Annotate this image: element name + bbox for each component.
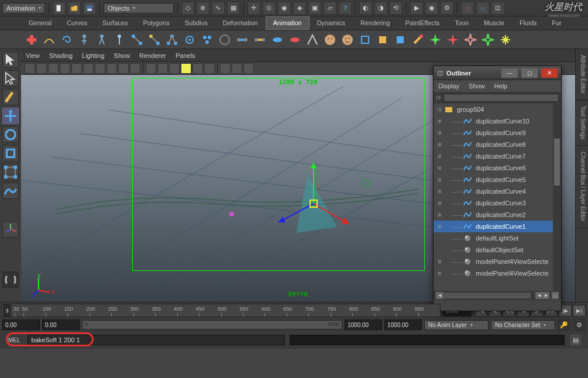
shelf-tab-general[interactable]: General (21, 16, 59, 30)
rotate-tool[interactable] (2, 126, 19, 143)
shelf-star-yellow-icon[interactable] (497, 32, 514, 48)
expand-icon[interactable]: ⊞ (436, 154, 443, 159)
shelf-star-pink-icon[interactable] (462, 32, 479, 48)
outliner-item[interactable]: ⊟group504 (434, 104, 561, 115)
expand-icon[interactable]: ⊞ (436, 212, 443, 218)
shelf-face2-icon[interactable] (339, 32, 356, 48)
vp-image-plane-icon[interactable] (48, 63, 59, 74)
range-start-inner[interactable]: 0.00 (42, 319, 80, 330)
snap-view-icon[interactable]: ▱ (324, 2, 336, 15)
command-input[interactable]: bakeSoft 1 200 1 (27, 335, 285, 345)
right-tab-channel-box-layer-editor[interactable]: Channel Box / Layer Editor (576, 146, 588, 228)
selmask-joint-icon[interactable]: ⊕ (197, 2, 209, 15)
outliner-item[interactable]: ⊞———modelPanel4ViewSelecte (434, 267, 561, 279)
shelf-tab-fur[interactable]: Fur (544, 16, 569, 30)
timeline-ruler[interactable]: 3 (1, 304, 441, 317)
save-scene-button[interactable] (83, 2, 96, 15)
shelf-tab-muscle[interactable]: Muscle (476, 16, 512, 30)
close-button[interactable]: ✕ (541, 68, 558, 78)
vp-field-chart-icon[interactable] (106, 63, 117, 74)
outliner-hscrollbar[interactable]: ◀ ◀ ▶ ◻ (434, 291, 561, 300)
selection-mode-dropdown[interactable]: Objects (104, 3, 174, 13)
outliner-item[interactable]: ⊞———duplicatedCurve2 (434, 209, 561, 221)
right-tab-tool-settings[interactable]: Tool Settings (576, 100, 588, 146)
range-end-inner[interactable]: 1000.00 (345, 319, 382, 330)
construction-icon[interactable]: ⊡ (491, 2, 504, 15)
maximize-button[interactable]: ◻ (521, 68, 538, 78)
shelf-bind3-icon[interactable] (392, 32, 408, 48)
viewport-menu-view[interactable]: View (26, 52, 40, 59)
mode-dropdown[interactable]: Animation (2, 3, 45, 13)
outliner-window[interactable]: ◫ Outliner — ◻ ✕ DisplayShowHelp ⟳ ⊟grou… (433, 66, 562, 311)
expand-icon[interactable]: ⊞ (436, 119, 443, 124)
vp-film-gate-icon[interactable] (71, 63, 82, 74)
shelf-tab-toon[interactable]: Toon (447, 16, 476, 30)
outliner-item[interactable]: ⊞———duplicatedCurve6 (434, 162, 561, 174)
ipr-render-icon[interactable]: ◉ (425, 2, 438, 15)
selmask-curve-icon[interactable]: ∿ (212, 2, 225, 15)
minimize-button[interactable]: — (501, 68, 518, 78)
shelf-bone2-icon[interactable] (287, 32, 303, 48)
outliner-item[interactable]: ⊞———duplicatedCurve3 (434, 197, 561, 209)
selmask-surface-icon[interactable]: ▦ (227, 2, 240, 15)
outliner-vscrollbar[interactable] (553, 104, 561, 291)
shelf-bone-icon[interactable] (269, 32, 286, 48)
render-frame-icon[interactable]: ▶ (410, 2, 423, 15)
expand-icon[interactable]: ⊞ (436, 142, 443, 147)
shelf-mirror-icon[interactable] (304, 32, 321, 48)
snap-live-icon[interactable]: ▣ (308, 2, 321, 15)
vp-safe-action-icon[interactable] (118, 63, 129, 74)
shelf-bind2-icon[interactable] (374, 32, 391, 48)
shelf-ik1-icon[interactable] (129, 32, 145, 48)
shelf-skeleton2-icon[interactable] (94, 32, 110, 48)
scroll-end-icon[interactable]: ◻ (552, 292, 559, 299)
shelf-tab-rendering[interactable]: Rendering (353, 16, 398, 30)
construction-history-icon[interactable]: ⟲ (390, 2, 403, 15)
shelf-tab-fluids[interactable]: Fluids (512, 16, 544, 30)
shelf-star-red-icon[interactable] (445, 32, 461, 48)
scroll-left2-icon[interactable]: ◀ (535, 292, 542, 299)
shelf-skeleton3-icon[interactable] (111, 32, 128, 48)
expand-icon[interactable]: ⊞ (436, 259, 443, 264)
vp-expose-icon[interactable] (243, 63, 254, 74)
filter-icon[interactable]: ⟳ (436, 94, 441, 102)
outliner-item[interactable]: ———defaultObjectSet (434, 244, 561, 256)
viewport-menu-renderer[interactable]: Renderer (139, 52, 166, 59)
right-tab-attribute-editor[interactable]: Attribute Editor (576, 49, 588, 100)
vp-grid-icon[interactable] (60, 63, 70, 74)
shelf-tab-subdivs[interactable]: Subdivs (177, 16, 215, 30)
outliner-tree[interactable]: ⊟group504⊞———duplicatedCurve10⊞———duplic… (434, 104, 561, 291)
soft-tool[interactable] (2, 183, 19, 199)
vp-resolution-gate-icon[interactable] (83, 63, 94, 74)
open-scene-button[interactable] (68, 2, 81, 15)
shelf-bind1-icon[interactable] (357, 32, 373, 48)
vp-textured-icon[interactable] (169, 63, 180, 74)
expand-icon[interactable]: ⊟ (436, 107, 443, 112)
outliner-item[interactable]: ———defaultLightSet (434, 232, 561, 244)
vp-wire-icon[interactable] (146, 63, 156, 74)
shelf-cluster2-icon[interactable] (199, 32, 215, 48)
expand-icon[interactable]: ⊞ (436, 201, 443, 206)
shelf-spiral-icon[interactable] (59, 32, 75, 48)
prefs-button[interactable]: ⚙ (573, 318, 586, 331)
shelf-face1-icon[interactable] (322, 32, 338, 48)
render-settings-icon[interactable]: ⚙ (441, 2, 453, 15)
range-start-outer[interactable]: 0.00 (2, 319, 40, 330)
viewport-menu-panels[interactable]: Panels (176, 52, 195, 59)
expand-icon[interactable]: ⊞ (436, 166, 443, 171)
outliner-item[interactable]: ⊞———modelPanel4ViewSelecte (434, 256, 561, 267)
shelf-tab-curves[interactable]: Curves (59, 16, 95, 30)
anim-layer-dropdown[interactable]: No Anim Layer (424, 320, 489, 330)
vp-xray-icon[interactable] (232, 63, 242, 74)
shelf-ik2-icon[interactable] (146, 32, 163, 48)
magnet-blue-icon[interactable]: ∩ (476, 2, 489, 15)
autokey-button[interactable]: 🔑 (558, 318, 570, 331)
shelf-star-green2-icon[interactable] (480, 32, 496, 48)
history-in-icon[interactable]: ◐ (359, 2, 372, 15)
manip-tool[interactable] (2, 164, 19, 180)
outliner-item[interactable]: ⊞———duplicatedCurve8 (434, 139, 561, 150)
vp-select-camera-icon[interactable] (25, 63, 35, 74)
shelf-tab-animation[interactable]: Animation (266, 16, 310, 30)
shelf-tab-polygons[interactable]: Polygons (135, 16, 177, 30)
outliner-titlebar[interactable]: ◫ Outliner — ◻ ✕ (434, 66, 561, 80)
